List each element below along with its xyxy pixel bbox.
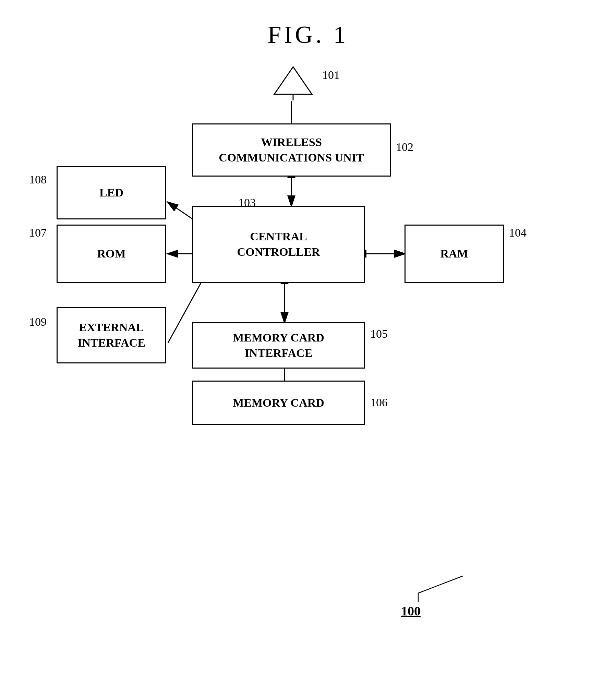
led-id: 108	[29, 173, 47, 186]
wireless-block: WIRELESS COMMUNICATIONS UNIT	[192, 123, 391, 177]
rom-block: ROM	[57, 225, 166, 283]
external-interface-id: 109	[29, 315, 47, 328]
memory-card-id: 106	[370, 396, 388, 409]
central-block: CENTRAL CONTROLLER	[192, 206, 365, 283]
memory-card-interface-id: 105	[370, 327, 388, 340]
memory-card-label: MEMORY CARD	[233, 395, 324, 410]
diagram: FIG. 1	[0, 0, 616, 684]
memory-card-block: MEMORY CARD	[192, 381, 365, 425]
led-block: LED	[57, 166, 166, 219]
antenna-label: 101	[322, 69, 340, 82]
central-id: 103	[238, 196, 256, 209]
led-label: LED	[99, 185, 123, 200]
memory-card-interface-block: MEMORY CARD INTERFACE	[192, 322, 365, 369]
svg-marker-14	[274, 67, 312, 94]
ram-id: 104	[509, 226, 527, 239]
figure-title: FIG. 1	[0, 21, 616, 49]
antenna-icon	[271, 63, 315, 103]
wireless-label: WIRELESS COMMUNICATIONS UNIT	[219, 135, 364, 165]
external-interface-label: EXTERNAL INTERFACE	[77, 320, 145, 350]
central-label: CENTRAL CONTROLLER	[237, 229, 320, 259]
ram-label: RAM	[440, 246, 468, 261]
ram-block: RAM	[404, 225, 504, 283]
rom-label: ROM	[97, 246, 125, 261]
system-label: 100	[401, 603, 421, 619]
external-interface-block: EXTERNAL INTERFACE	[57, 307, 166, 363]
svg-line-12	[418, 576, 463, 593]
rom-id: 107	[29, 226, 47, 239]
wireless-id: 102	[396, 141, 413, 154]
memory-card-interface-label: MEMORY CARD INTERFACE	[233, 330, 324, 360]
